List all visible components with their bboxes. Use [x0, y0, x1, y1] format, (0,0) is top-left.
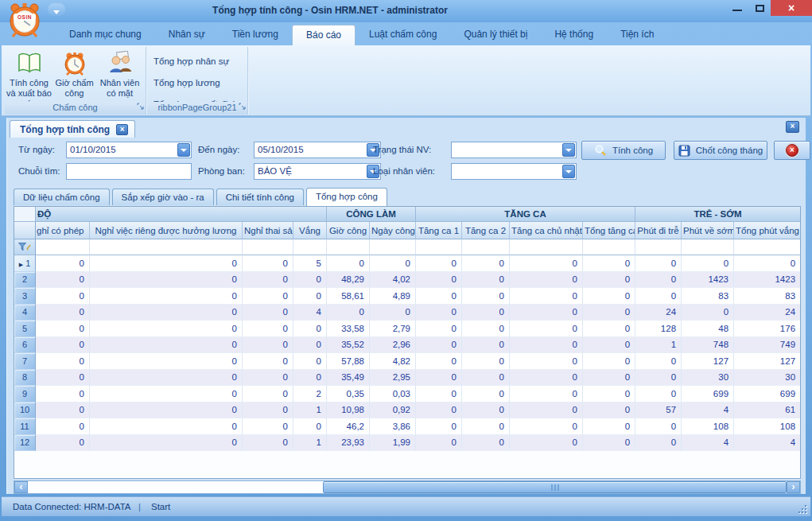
quick-access-dropdown-icon[interactable] [48, 3, 65, 16]
cell-r12-c9[interactable]: 0 [583, 435, 635, 452]
ribbon-tab-4[interactable]: Luật chấm công [355, 25, 450, 45]
cell-r6-c3[interactable]: 0 [293, 337, 327, 354]
cell-r10-c7[interactable]: 0 [462, 402, 510, 419]
cell-r7-c4[interactable]: 57,88 [327, 353, 370, 370]
row-indicator-11[interactable]: 11 [14, 418, 36, 435]
column-header-10[interactable]: Phút đi trễ [635, 222, 682, 239]
cell-r8-c4[interactable]: 35,49 [327, 370, 370, 387]
cell-r2-c9[interactable]: 0 [583, 272, 635, 289]
cell-r7-c11[interactable]: 127 [682, 353, 734, 370]
cell-r6-c7[interactable]: 0 [462, 337, 510, 354]
cell-r9-c2[interactable]: 0 [243, 386, 293, 402]
cell-r8-c2[interactable]: 0 [243, 370, 293, 387]
chevron-down-icon[interactable] [562, 143, 575, 157]
row-indicator-7[interactable]: 7 [14, 353, 36, 370]
cell-r5-c10[interactable]: 128 [635, 321, 682, 337]
column-header-2[interactable]: Nghỉ thai sản [243, 222, 293, 239]
cell-r2-c0[interactable]: 0 [36, 272, 90, 289]
cell-r10-c6[interactable]: 0 [416, 402, 462, 419]
cell-r10-c2[interactable]: 0 [243, 402, 293, 419]
column-header-6[interactable]: Tăng ca 1 [416, 222, 462, 239]
cell-r3-c10[interactable]: 0 [635, 288, 682, 305]
ribbon-tab-2[interactable]: Tiền lương [219, 25, 292, 45]
cell-r5-c7[interactable]: 0 [462, 321, 510, 337]
cell-r7-c8[interactable]: 0 [510, 353, 583, 370]
scroll-right-icon[interactable]: › [787, 481, 800, 493]
resize-grip[interactable] [797, 504, 806, 513]
cell-r11-c2[interactable]: 0 [243, 418, 293, 435]
cell-r12-c4[interactable]: 23,93 [327, 435, 370, 452]
row-indicator-2[interactable]: 2 [14, 272, 36, 289]
cell-r4-c9[interactable]: 0 [583, 305, 635, 321]
ribbon-tab-1[interactable]: Nhân sự [155, 25, 219, 45]
cell-r10-c1[interactable]: 0 [90, 402, 243, 419]
cell-r8-c9[interactable]: 0 [583, 370, 635, 387]
view-tab-0[interactable]: Dữ liệu chấm công [14, 189, 110, 205]
cell-r11-c5[interactable]: 3,86 [370, 418, 416, 435]
cell-r11-c12[interactable]: 108 [734, 418, 801, 435]
filter-cell-4[interactable] [327, 239, 370, 255]
cell-r3-c5[interactable]: 4,89 [370, 288, 416, 305]
cell-r1-c11[interactable]: 0 [682, 255, 734, 272]
cell-r9-c12[interactable]: 699 [734, 386, 801, 402]
column-header-0[interactable]: ghỉ có phép [36, 222, 90, 239]
cell-r8-c0[interactable]: 0 [36, 370, 90, 387]
cell-r2-c5[interactable]: 4,02 [370, 272, 416, 289]
cell-r1-c12[interactable]: 0 [734, 255, 801, 272]
cell-r7-c5[interactable]: 4,82 [370, 353, 416, 370]
cell-r4-c8[interactable]: 0 [510, 305, 583, 321]
cell-r11-c10[interactable]: 0 [635, 418, 682, 435]
cell-r10-c0[interactable]: 0 [36, 402, 90, 419]
view-tab-3[interactable]: Tổng hợp công [306, 188, 387, 206]
from-date-combo[interactable]: 01/10/2015 [66, 142, 192, 158]
cell-r3-c11[interactable]: 83 [682, 288, 734, 305]
scroll-left-icon[interactable]: ‹ [14, 481, 28, 493]
row-indicator-12[interactable]: 12 [14, 435, 36, 452]
cell-r9-c4[interactable]: 0,35 [327, 386, 370, 402]
column-header-12[interactable]: Tổng phút vắng [734, 222, 801, 239]
column-header-5[interactable]: Ngày công [370, 222, 416, 239]
cell-r3-c1[interactable]: 0 [90, 288, 243, 305]
employee-type-combo[interactable] [451, 163, 577, 180]
cell-r4-c2[interactable]: 0 [243, 305, 293, 321]
cell-r6-c8[interactable]: 0 [510, 337, 583, 354]
cell-r4-c6[interactable]: 0 [416, 305, 462, 321]
cell-r6-c12[interactable]: 749 [734, 337, 801, 354]
cell-r11-c11[interactable]: 108 [682, 418, 734, 435]
filter-cell-12[interactable] [734, 239, 801, 255]
cell-r8-c7[interactable]: 0 [462, 370, 510, 387]
cell-r12-c10[interactable]: 0 [635, 435, 682, 452]
cell-r2-c3[interactable]: 0 [293, 272, 327, 289]
cell-r3-c4[interactable]: 58,61 [327, 288, 370, 305]
ribbon-tab-5[interactable]: Quản lý thiết bị [450, 25, 541, 45]
column-header-11[interactable]: Phút về sớm [682, 222, 734, 239]
cell-r3-c2[interactable]: 0 [243, 288, 293, 305]
minimize-button[interactable] [726, 0, 748, 16]
cell-r11-c4[interactable]: 46,2 [327, 418, 370, 435]
ribbon-button-1[interactable]: Giờ chấm công [52, 49, 97, 103]
filter-cell-1[interactable] [90, 239, 243, 255]
filter-cell-6[interactable] [416, 239, 462, 255]
cell-r8-c5[interactable]: 2,95 [370, 370, 416, 387]
dialog-launcher-icon[interactable] [239, 99, 246, 113]
cell-r2-c10[interactable]: 0 [635, 272, 682, 289]
cell-r6-c0[interactable]: 0 [36, 337, 90, 354]
cell-r10-c9[interactable]: 0 [583, 402, 635, 419]
cell-r9-c6[interactable]: 0 [416, 386, 462, 402]
cell-r5-c9[interactable]: 0 [583, 321, 635, 337]
to-date-combo[interactable]: 05/10/2015 [254, 142, 381, 158]
row-indicator-9[interactable]: 9 [14, 386, 36, 402]
cell-r9-c7[interactable]: 0 [462, 386, 510, 402]
ribbon-button-0[interactable]: Tính công và xuất báo cáo [6, 49, 52, 103]
filter-cell-0[interactable] [36, 239, 90, 255]
cell-r5-c12[interactable]: 176 [734, 321, 801, 337]
cell-r2-c4[interactable]: 48,29 [327, 272, 370, 289]
cell-r1-c5[interactable]: 0 [370, 255, 416, 272]
cell-r8-c6[interactable]: 0 [416, 370, 462, 387]
cell-r1-c0[interactable]: 0 [36, 255, 90, 272]
cell-r10-c3[interactable]: 1 [293, 402, 327, 419]
cell-r9-c1[interactable]: 0 [90, 386, 243, 402]
cell-r8-c11[interactable]: 30 [682, 370, 734, 387]
cell-r5-c6[interactable]: 0 [416, 321, 462, 337]
cell-r6-c4[interactable]: 35,52 [327, 337, 370, 354]
